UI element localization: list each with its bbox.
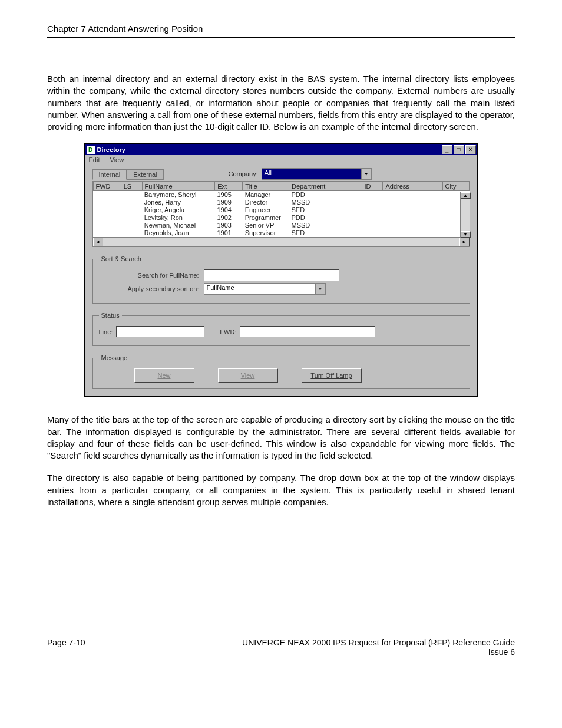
maximize-button[interactable]: □ <box>454 145 464 154</box>
close-button[interactable]: × <box>465 145 476 154</box>
col-fwd[interactable]: FWD <box>93 182 121 191</box>
search-input[interactable] <box>204 269 339 281</box>
message-legend: Message <box>99 354 130 361</box>
new-button[interactable]: New <box>134 368 194 383</box>
sort-search-group: Sort & Search Search for FullName: Apply… <box>92 255 470 304</box>
titlebar[interactable]: D Directory _ □ × <box>85 144 477 155</box>
table-row[interactable]: Barrymore, Sheryl1905ManagerPDD <box>93 191 470 199</box>
grid-header-row: FWD LS FullName Ext Title Department ID … <box>93 182 469 191</box>
scroll-down-icon[interactable]: ▼ <box>461 231 471 238</box>
view-button[interactable]: View <box>218 368 278 383</box>
status-group: Status Line: FWD: <box>92 312 470 346</box>
directory-grid: FWD LS FullName Ext Title Department ID … <box>92 181 470 247</box>
col-title[interactable]: Title <box>243 182 289 191</box>
col-city[interactable]: City <box>442 182 469 191</box>
menu-edit[interactable]: Edit <box>89 156 100 163</box>
footer-title: UNIVERGE NEAX 2000 IPS Request for Propo… <box>242 638 515 647</box>
scroll-right-icon[interactable]: ► <box>459 238 470 246</box>
body-paragraph-2: Many of the title bars at the top of the… <box>47 414 515 462</box>
table-row[interactable]: Jones, Harry1909DirectorMSSD <box>93 199 470 206</box>
body-paragraph-3: The directory is also capable of being p… <box>47 472 515 508</box>
company-value: All <box>262 169 361 179</box>
footer-page: Page 7-10 <box>47 638 141 657</box>
line-label: Line: <box>99 328 113 335</box>
scroll-left-icon[interactable]: ◄ <box>93 238 103 246</box>
col-ls[interactable]: LS <box>121 182 142 191</box>
table-row[interactable]: Levitsky, Ron1902ProgrammerPDD <box>93 214 470 222</box>
message-group: Message New View Turn Off Lamp <box>92 354 470 389</box>
fwd-label: FWD: <box>220 328 236 335</box>
grid-header-table: FWD LS FullName Ext Title Department ID … <box>93 182 470 191</box>
minimize-button[interactable]: _ <box>442 145 452 154</box>
secondary-sort-value: FullName <box>204 284 315 294</box>
directory-window: D Directory _ □ × Edit View Internal Ext… <box>84 143 478 397</box>
secondary-sort-label: Apply secondary sort on: <box>99 285 199 292</box>
body-paragraph-1: Both an internal directory and an extern… <box>47 73 515 133</box>
window-title: Directory <box>97 146 125 153</box>
secondary-sort-combo[interactable]: FullName ▼ <box>204 283 326 295</box>
col-department[interactable]: Department <box>289 182 362 191</box>
company-combo[interactable]: All ▼ <box>262 168 372 180</box>
status-legend: Status <box>99 312 122 319</box>
table-row[interactable]: Reynolds, Joan1901SupervisorSED <box>93 229 470 237</box>
scroll-up-icon[interactable]: ▲ <box>461 192 471 199</box>
col-address[interactable]: Address <box>383 182 442 191</box>
chevron-down-icon[interactable]: ▼ <box>315 284 325 294</box>
menu-view[interactable]: View <box>110 156 124 163</box>
header-rule <box>47 37 515 38</box>
vertical-scrollbar[interactable]: ▲ ▼ <box>460 192 470 238</box>
turn-off-lamp-button[interactable]: Turn Off Lamp <box>302 368 362 383</box>
col-id[interactable]: ID <box>362 182 383 191</box>
tab-internal[interactable]: Internal <box>92 169 127 180</box>
search-label: Search for FullName: <box>99 272 199 279</box>
grid-body: Barrymore, Sheryl1905ManagerPDDJones, Ha… <box>93 191 470 237</box>
app-icon: D <box>87 146 95 154</box>
chapter-header: Chapter 7 Attendant Answering Position <box>47 24 515 34</box>
footer-issue: Issue 6 <box>488 647 515 657</box>
col-ext[interactable]: Ext <box>215 182 243 191</box>
table-row[interactable]: Newman, Michael1903Senior VPMSSD <box>93 222 470 229</box>
table-row[interactable]: Kriger, Angela1904EngineerSED <box>93 206 470 214</box>
tab-external[interactable]: External <box>127 169 163 180</box>
tab-row: Internal External Company: All ▼ <box>92 168 470 180</box>
menubar: Edit View <box>85 155 477 164</box>
company-label: Company: <box>229 170 258 177</box>
horizontal-scrollbar[interactable]: ◄ ► <box>93 237 470 246</box>
page-footer: Page 7-10 UNIVERGE NEAX 2000 IPS Request… <box>47 638 515 657</box>
sort-search-legend: Sort & Search <box>99 255 144 262</box>
fwd-input[interactable] <box>240 326 375 337</box>
line-input[interactable] <box>116 326 204 337</box>
col-fullname[interactable]: FullName <box>142 182 215 191</box>
chevron-down-icon[interactable]: ▼ <box>361 169 371 179</box>
